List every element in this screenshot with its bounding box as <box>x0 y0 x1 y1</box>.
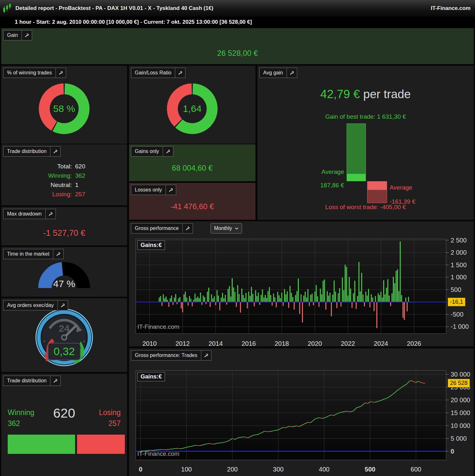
winning-pct-title: % of winning trades <box>4 68 56 78</box>
svg-text:10 000: 10 000 <box>451 422 470 429</box>
equity-curve-chart: 010020030040050060030 00025 00020 00015 … <box>129 348 474 476</box>
avg-win-caption: Average 187,86 € <box>302 165 344 192</box>
losses-only-title: Losses only <box>131 185 166 195</box>
wrench-icon[interactable] <box>287 68 297 78</box>
gross-performance-header: Gross performance <box>131 223 193 234</box>
losing-bar <box>77 435 125 454</box>
losses-only-panel: Losses only -41 476,60 € <box>129 183 255 220</box>
winning-pct-panel: % of winning trades 58 % <box>1 66 127 144</box>
win-loss-bar <box>8 435 125 454</box>
best-trade-label: Gain of best trade: 1 631,30 € <box>257 113 474 120</box>
svg-text:2026: 2026 <box>407 340 421 346</box>
avg-orders-value: 0,32 <box>54 345 75 357</box>
svg-text:400: 400 <box>319 466 329 473</box>
wrench-icon[interactable] <box>175 68 185 78</box>
max-drawdown-panel: Max drawdown -1 527,70 € <box>1 207 127 245</box>
wrench-icon[interactable] <box>50 376 60 386</box>
svg-text:15 000: 15 000 <box>451 409 470 416</box>
wrench-icon[interactable] <box>53 249 63 259</box>
total-trades-row: Total:620 <box>1 163 127 170</box>
svg-text:1 000: 1 000 <box>451 274 467 281</box>
trade-distribution-title: Trade distribution <box>4 147 50 156</box>
gain-panel-header: Gain <box>3 30 32 40</box>
wrench-icon[interactable] <box>57 301 68 310</box>
svg-text:30 000: 30 000 <box>451 371 470 378</box>
svg-text:-1 000: -1 000 <box>451 323 469 330</box>
gains-unit-badge: Gains:€ <box>137 372 165 381</box>
losing-label: Losing <box>99 408 121 417</box>
wrench-icon[interactable] <box>56 68 66 78</box>
gains-only-header: Gains only <box>131 146 173 157</box>
avg-orders-panel: Avg orders exec/day 24 0,32 <box>1 298 127 372</box>
backtest-range-subtitle: 1 hour - Start: 2 aug. 2010 00:00:00 [10… <box>0 17 475 28</box>
avg-orders-title: Avg orders exec/day <box>4 301 57 310</box>
svg-text:600: 600 <box>410 466 421 473</box>
avg-win-strip <box>347 174 366 181</box>
wrench-icon[interactable] <box>166 185 176 195</box>
gain-loss-ratio-value: 1,64 <box>163 80 221 138</box>
watermark: IT-Finance.com <box>137 323 179 330</box>
current-equity-value-badge: 26 528 <box>448 379 470 387</box>
avg-loss-strip <box>367 182 387 190</box>
gross-performance-trades-header: Gross performance: Trades <box>131 350 212 361</box>
time-in-market-gauge: 47 % <box>27 258 101 295</box>
svg-text:1 500: 1 500 <box>451 261 467 268</box>
wrench-icon[interactable] <box>182 224 193 233</box>
page-title: Detailed report - ProBacktest - PA - DAX… <box>15 5 213 12</box>
avg-gain-title: Avg gain <box>260 68 287 78</box>
trade-distribution-rows: Total:620 Winning:362 Neutral:1 Losing:2… <box>1 163 127 198</box>
gross-performance-monthly-panel: 2010201220142016201820202022202420262 50… <box>129 221 474 346</box>
gross-performance-title: Gross performance <box>131 224 182 233</box>
winning-pct-value: 58 % <box>35 80 93 138</box>
svg-text:-500: -500 <box>451 311 463 318</box>
avg-orders-header: Avg orders exec/day <box>3 300 68 310</box>
period-dropdown[interactable]: Monthly <box>211 223 242 234</box>
svg-text:20 000: 20 000 <box>451 396 470 404</box>
worst-trade-bar <box>367 181 387 203</box>
gain-value: 26 528,00 € <box>1 49 474 58</box>
svg-text:2014: 2014 <box>209 340 223 346</box>
gain-panel-title: Gain <box>4 30 22 40</box>
max-drawdown-value: -1 527,70 € <box>1 228 127 238</box>
svg-text:0: 0 <box>139 466 142 473</box>
avg-gain-headline: 42,79 € per trade <box>257 88 474 101</box>
trade-distribution2-title: Trade distribution <box>4 376 50 386</box>
avg-win-label: Average <box>302 165 344 179</box>
wrench-icon[interactable] <box>163 147 173 156</box>
time-in-market-panel: Time in the market 47 % <box>1 247 127 297</box>
wrench-icon[interactable] <box>22 30 32 40</box>
best-trade-bar <box>347 123 366 181</box>
losses-only-header: Losses only <box>131 185 176 195</box>
svg-text:2 500: 2 500 <box>451 237 467 244</box>
trade-distribution2-header: Trade distribution <box>3 376 61 386</box>
max-drawdown-title: Max drawdown <box>4 209 45 219</box>
winning-pct-donut: 58 % <box>35 80 93 138</box>
max-drawdown-header: Max drawdown <box>3 209 56 219</box>
avg-gain-value: 42,79 € <box>320 88 360 101</box>
wrench-icon[interactable] <box>201 351 211 360</box>
gain-panel: Gain 26 528,00 € <box>1 28 474 64</box>
svg-text:2018: 2018 <box>275 340 289 346</box>
wrench-icon[interactable] <box>50 147 60 156</box>
winning-pct-header: % of winning trades <box>3 68 66 78</box>
losing-trades-row: Losing:257 <box>1 191 127 198</box>
chevron-down-icon <box>235 227 238 230</box>
gains-only-panel: Gains only 68 004,60 € <box>129 144 255 181</box>
period-dropdown-value: Monthly <box>214 225 232 231</box>
svg-text:2 000: 2 000 <box>451 249 467 256</box>
gain-loss-ratio-header: Gain/Loss Ratio <box>131 68 186 78</box>
title-bar: Detailed report - ProBacktest - PA - DAX… <box>0 0 475 17</box>
avg-orders-dial: 24 0,32 <box>32 305 96 370</box>
wrench-icon[interactable] <box>45 209 56 219</box>
winning-trades-row: Winning:362 <box>1 172 127 179</box>
gross-performance-trades-panel: 010020030040050060030 00025 00020 00015 … <box>129 348 474 476</box>
time-in-market-value: 47 % <box>27 278 101 289</box>
avg-loss-label: Average <box>390 181 435 195</box>
trade-distribution-header: Trade distribution <box>3 146 61 157</box>
gain-loss-ratio-donut: 1,64 <box>163 80 221 138</box>
svg-text:2010: 2010 <box>142 340 157 346</box>
svg-text:2024: 2024 <box>374 340 388 346</box>
gain-loss-ratio-title: Gain/Loss Ratio <box>131 68 175 78</box>
trade-distribution-panel: Trade distribution Total:620 Winning:362… <box>1 144 127 205</box>
time-in-market-header: Time in the market <box>3 249 64 259</box>
